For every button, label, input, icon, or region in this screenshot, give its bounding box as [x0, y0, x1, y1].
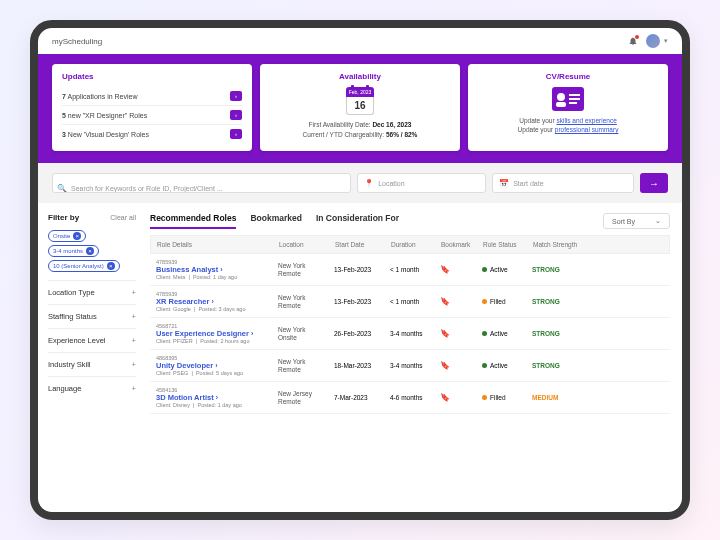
location-cell: New JerseyRemote — [278, 390, 334, 406]
role-details: 4785939Business Analyst ›Client: Meta | … — [156, 259, 278, 280]
duration-cell: < 1 month — [390, 266, 440, 273]
match-strength: STRONG — [532, 330, 586, 337]
filter-chip[interactable]: 10 (Senior Analyst)× — [48, 260, 120, 272]
search-input[interactable]: 🔍Search for Keywords or Role ID, Project… — [52, 173, 351, 193]
role-details: 45841363D Motion Artist ›Client: Disney … — [156, 387, 278, 408]
remove-chip-icon[interactable]: × — [107, 262, 115, 270]
arrow-right-icon[interactable]: › — [230, 129, 242, 139]
notification-dot — [635, 35, 639, 39]
svg-rect-4 — [569, 98, 580, 100]
role-link[interactable]: XR Researcher › — [156, 297, 278, 306]
updates-card: Updates 7 Applications in Review › 5 new… — [52, 64, 252, 151]
filter-chip[interactable]: Onsite× — [48, 230, 86, 242]
startdate-cell: 13-Feb-2023 — [334, 266, 390, 273]
table-body: 4785939Business Analyst ›Client: Meta | … — [150, 254, 670, 414]
status-dot — [482, 395, 487, 400]
sort-by[interactable]: Sort By⌄ — [603, 213, 670, 229]
update-row[interactable]: 3 New 'Visual Design' Roles › — [62, 125, 242, 143]
results-panel: Recommended Roles Bookmarked In Consider… — [146, 203, 682, 512]
svg-rect-3 — [569, 94, 580, 96]
id-card-icon — [552, 87, 584, 111]
bookmark-icon[interactable]: 🔖 — [440, 361, 482, 370]
role-link[interactable]: Business Analyst › — [156, 265, 278, 274]
resume-line: Update your professional summary — [478, 126, 658, 133]
updates-title: Updates — [62, 72, 242, 81]
bookmark-icon[interactable]: 🔖 — [440, 393, 482, 402]
chevron-down-icon[interactable]: ▾ — [664, 37, 668, 45]
table-row[interactable]: 45841363D Motion Artist ›Client: Disney … — [150, 382, 670, 414]
svg-rect-2 — [556, 102, 566, 107]
tab-consideration[interactable]: In Consideration For — [316, 213, 399, 229]
resume-card: CV/Resume Update your skills and experie… — [468, 64, 668, 151]
content-row: Filter by Clear all Onsite× 3-4 months× … — [38, 203, 682, 512]
remove-chip-icon[interactable]: × — [86, 247, 94, 255]
svg-rect-5 — [569, 102, 577, 104]
chevron-right-icon: › — [251, 330, 253, 337]
table-row[interactable]: 4785939XR Researcher ›Client: Google | P… — [150, 286, 670, 318]
plus-icon: + — [132, 360, 136, 369]
brand-text: myScheduling — [52, 37, 102, 46]
svg-point-1 — [557, 93, 565, 101]
location-input[interactable]: 📍Location — [357, 173, 486, 193]
status-dot — [482, 267, 487, 272]
remove-chip-icon[interactable]: × — [73, 232, 81, 240]
filter-title: Filter by — [48, 213, 79, 222]
bookmark-icon[interactable]: 🔖 — [440, 329, 482, 338]
startdate-cell: 13-Feb-2023 — [334, 298, 390, 305]
table-row[interactable]: 4785939Business Analyst ›Client: Meta | … — [150, 254, 670, 286]
tab-recommended[interactable]: Recommended Roles — [150, 213, 236, 229]
plus-icon: + — [132, 336, 136, 345]
summary-link[interactable]: professional summary — [555, 126, 619, 133]
match-strength: MEDIUM — [532, 394, 586, 401]
bookmark-icon[interactable]: 🔖 — [440, 265, 482, 274]
role-link[interactable]: User Experience Designer › — [156, 329, 278, 338]
status-cell: Active — [482, 266, 532, 273]
duration-cell: < 1 month — [390, 298, 440, 305]
calendar-icon[interactable]: Feb, 2023 16 — [346, 87, 374, 115]
filter-group[interactable]: Experience Level+ — [48, 328, 136, 352]
filter-group[interactable]: Staffing Status+ — [48, 304, 136, 328]
location-cell: New YorkRemote — [278, 358, 334, 374]
calendar-icon: 📅 — [499, 179, 509, 188]
search-button[interactable]: → — [640, 173, 668, 193]
table-row[interactable]: 4568721User Experience Designer ›Client:… — [150, 318, 670, 350]
chevron-down-icon: ⌄ — [655, 217, 661, 225]
role-details: 4568721User Experience Designer ›Client:… — [156, 323, 278, 344]
location-cell: New YorkRemote — [278, 262, 334, 278]
update-row[interactable]: 5 new "XR Designer" Roles › — [62, 106, 242, 125]
arrow-right-icon[interactable]: › — [230, 110, 242, 120]
clear-all[interactable]: Clear all — [110, 214, 136, 221]
tab-bookmarked[interactable]: Bookmarked — [250, 213, 302, 229]
chevron-right-icon: › — [216, 394, 218, 401]
duration-cell: 3-4 months — [390, 362, 440, 369]
match-strength: STRONG — [532, 298, 586, 305]
role-link[interactable]: 3D Motion Artist › — [156, 393, 278, 402]
startdate-input[interactable]: 📅Start date — [492, 173, 634, 193]
plus-icon: + — [132, 384, 136, 393]
status-cell: Active — [482, 330, 532, 337]
role-link[interactable]: Unity Developer › — [156, 361, 278, 370]
filter-chip[interactable]: 3-4 months× — [48, 245, 99, 257]
status-cell: Filled — [482, 298, 532, 305]
resume-title: CV/Resume — [478, 72, 658, 81]
skills-link[interactable]: skills and experience — [556, 117, 616, 124]
filter-group[interactable]: Language+ — [48, 376, 136, 400]
location-cell: New YorkRemote — [278, 294, 334, 310]
chevron-right-icon: › — [220, 266, 222, 273]
startdate-cell: 26-Feb-2023 — [334, 330, 390, 337]
update-row[interactable]: 7 Applications in Review › — [62, 87, 242, 106]
hero-panel: Updates 7 Applications in Review › 5 new… — [38, 54, 682, 163]
status-dot — [482, 299, 487, 304]
table-row[interactable]: 4868395Unity Developer ›Client: PSEG | P… — [150, 350, 670, 382]
status-cell: Filled — [482, 394, 532, 401]
filter-group[interactable]: Industry Skill+ — [48, 352, 136, 376]
avatar[interactable] — [646, 34, 660, 48]
status-dot — [482, 331, 487, 336]
arrow-right-icon[interactable]: › — [230, 91, 242, 101]
search-bar: 🔍Search for Keywords or Role ID, Project… — [38, 163, 682, 203]
filter-group[interactable]: Location Type+ — [48, 280, 136, 304]
bookmark-icon[interactable]: 🔖 — [440, 297, 482, 306]
duration-cell: 4-6 months — [390, 394, 440, 401]
notifications-icon[interactable] — [628, 36, 638, 46]
pin-icon: 📍 — [364, 179, 374, 188]
